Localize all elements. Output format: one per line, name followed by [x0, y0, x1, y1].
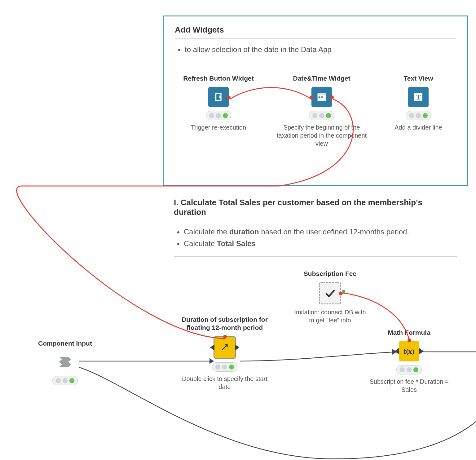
traffic-light — [396, 365, 422, 374]
node-desc: Specify the beginning of the taxation pe… — [275, 123, 368, 148]
svg-text:f(x): f(x) — [404, 347, 415, 355]
bullet: Calculate the duration based on the user… — [184, 227, 457, 237]
calendar-icon — [311, 87, 332, 107]
node-label: Subscription Fee — [293, 270, 367, 278]
divider — [174, 221, 457, 221]
annotation-bullets: to allow selection of the date in the Da… — [177, 45, 456, 55]
svg-rect-1 — [318, 94, 326, 96]
divider — [175, 38, 456, 39]
annotation-title: Add Widgets — [175, 25, 456, 35]
annotation-title: I. Calculate Total Sales per customer ba… — [174, 198, 457, 217]
node-math-formula[interactable]: Math Formula f(x) Subscription fee * Dur… — [366, 329, 452, 394]
node-text-view[interactable]: Text View T Add a divider line — [383, 74, 454, 131]
component-input-icon — [55, 352, 75, 372]
annotation-bullets: Calculate the duration based on the user… — [176, 227, 457, 249]
svg-rect-2 — [319, 97, 320, 98]
node-label: Date&Time Widget — [275, 74, 368, 82]
traffic-light — [52, 376, 78, 385]
svg-marker-6 — [59, 357, 71, 367]
node-label: Duration of subscription for floating 12… — [175, 316, 274, 332]
svg-rect-3 — [321, 97, 323, 98]
checkbox-dashed-icon — [319, 282, 341, 304]
bullet: Calculate Total Sales — [184, 239, 457, 249]
node-subscription-fee[interactable]: Subscription Fee Imitation: connect DB w… — [293, 270, 367, 324]
annotation-calc-sales-text: I. Calculate Total Sales per customer ba… — [163, 189, 468, 270]
traffic-light — [206, 111, 231, 120]
traffic-light — [212, 362, 237, 372]
divider — [174, 256, 457, 257]
node-label: Math Formula — [366, 329, 452, 337]
node-desc: Subscription fee * Duration = Sales — [366, 378, 452, 394]
traffic-light — [309, 111, 334, 120]
node-label: Refresh Button Widget — [177, 74, 260, 82]
node-date-time-widget[interactable]: Date&Time Widget Specify the beginning o… — [275, 74, 368, 148]
node-label: Text View — [383, 74, 454, 82]
node-component-input[interactable]: Component Input — [28, 339, 102, 388]
workflow-canvas[interactable]: Add Widgets to allow selection of the da… — [0, 0, 476, 460]
svg-text:T: T — [416, 93, 421, 101]
refresh-icon — [208, 87, 229, 107]
node-refresh-button-widget[interactable]: Refresh Button Widget Trigger re-executi… — [177, 74, 260, 131]
node-duration-metanode[interactable]: Duration of subscription for floating 12… — [175, 316, 274, 391]
node-desc: Imitation: connect DB with to get "fee" … — [293, 308, 367, 324]
text-icon: T — [408, 87, 429, 107]
node-desc: Trigger re-execution — [177, 123, 260, 131]
traffic-light — [406, 111, 431, 120]
node-desc: Double click to specify the start date — [175, 375, 274, 391]
node-desc: Add a divider line — [383, 123, 454, 131]
function-icon: f(x) — [399, 341, 419, 361]
node-label: Component Input — [28, 339, 102, 347]
metanode-icon — [214, 336, 236, 359]
